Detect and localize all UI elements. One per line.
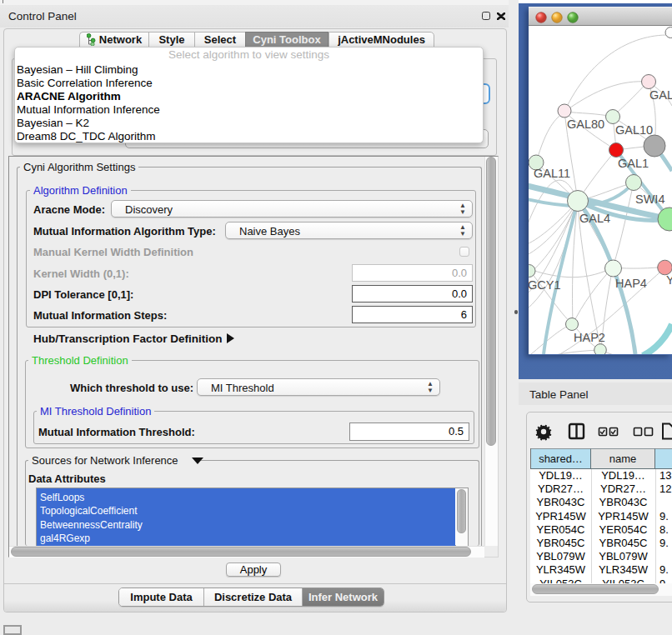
svg-text:SWI4: SWI4	[635, 192, 664, 206]
svg-text:GAL1: GAL1	[618, 157, 649, 170]
svg-text:Y: Y	[666, 273, 672, 287]
svg-text:GAL10: GAL10	[615, 123, 653, 137]
svg-text:GAL11: GAL11	[534, 167, 570, 180]
svg-text:GCY1: GCY1	[529, 278, 561, 292]
svg-text:HAP4: HAP4	[615, 277, 647, 290]
svg-text:GAL4: GAL4	[579, 212, 610, 225]
svg-text:GAL: GAL	[649, 88, 672, 102]
svg-text:GAL80: GAL80	[567, 118, 604, 131]
svg-text:HAP2: HAP2	[574, 331, 605, 344]
